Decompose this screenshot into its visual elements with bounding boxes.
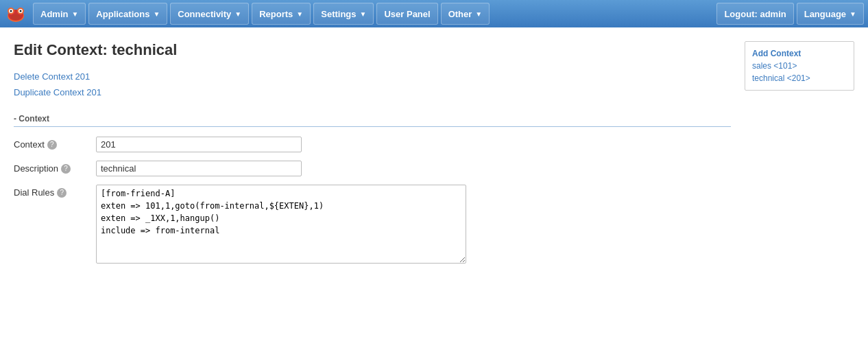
dial-rules-help-icon[interactable]: ? (57, 188, 67, 198)
description-input[interactable] (96, 161, 302, 176)
context-input[interactable] (96, 137, 302, 152)
other-arrow-icon: ▼ (475, 10, 482, 18)
nav-admin[interactable]: Admin ▼ (33, 3, 86, 25)
nav-reports[interactable]: Reports ▼ (252, 3, 311, 25)
nav-user-panel[interactable]: User Panel (376, 3, 437, 25)
language-arrow-icon: ▼ (849, 10, 856, 18)
add-context-link[interactable]: Add Context (752, 47, 847, 60)
main-content: Edit Context: technical Delete Context 2… (0, 27, 868, 272)
left-panel: Edit Context: technical Delete Context 2… (14, 41, 731, 272)
nav-settings[interactable]: Settings ▼ (313, 3, 374, 25)
dial-rules-label: Dial Rules ? (14, 185, 96, 198)
delete-context-link[interactable]: Delete Context 201 (14, 71, 731, 82)
context-row: Context ? (14, 137, 731, 152)
svg-point-6 (10, 10, 12, 12)
dial-rules-row: Dial Rules ? [from-friend-A] exten => 10… (14, 185, 731, 264)
context-technical-link[interactable]: technical <201> (752, 72, 847, 84)
context-label: Context ? (14, 137, 96, 150)
section-label: - Context (14, 114, 731, 124)
context-sales-link[interactable]: sales <101> (752, 60, 847, 72)
settings-arrow-icon: ▼ (360, 10, 367, 18)
description-row: Description ? (14, 161, 731, 176)
applications-arrow-icon: ▼ (153, 10, 160, 18)
nav-other[interactable]: Other ▼ (441, 3, 490, 25)
duplicate-context-link[interactable]: Duplicate Context 201 (14, 87, 731, 97)
nav-logout[interactable]: Logout: admin (716, 3, 793, 25)
logo (3, 1, 29, 26)
navbar: Admin ▼ Applications ▼ Connectivity ▼ Re… (0, 0, 868, 27)
svg-point-8 (11, 14, 21, 20)
reports-arrow-icon: ▼ (296, 10, 303, 18)
svg-point-7 (20, 10, 22, 12)
navbar-right: Logout: admin Language ▼ (715, 3, 865, 25)
dial-rules-textarea[interactable]: [from-friend-A] exten => 101,1,goto(from… (96, 185, 466, 264)
right-panel: Add Context sales <101> technical <201> (745, 41, 854, 272)
admin-arrow-icon: ▼ (71, 10, 78, 18)
nav-connectivity[interactable]: Connectivity ▼ (170, 3, 249, 25)
context-panel: Add Context sales <101> technical <201> (745, 41, 854, 91)
connectivity-arrow-icon: ▼ (234, 10, 241, 18)
nav-applications[interactable]: Applications ▼ (88, 3, 167, 25)
description-help-icon[interactable]: ? (61, 164, 71, 174)
nav-language[interactable]: Language ▼ (797, 3, 864, 25)
context-help-icon[interactable]: ? (47, 140, 57, 150)
section-divider (14, 126, 731, 127)
description-label: Description ? (14, 161, 96, 174)
page-title: Edit Context: technical (14, 41, 731, 59)
